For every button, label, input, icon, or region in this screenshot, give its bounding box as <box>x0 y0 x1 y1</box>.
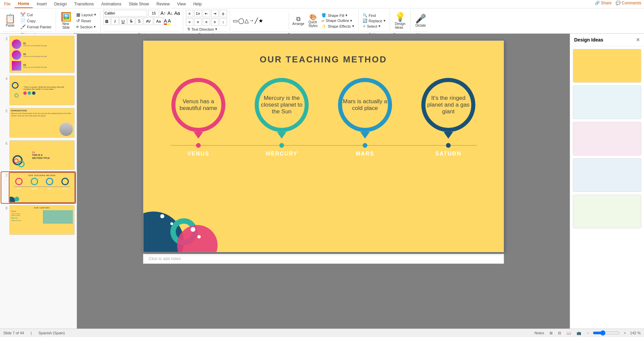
tab-animations[interactable]: Animations <box>98 0 124 8</box>
shape-star[interactable]: ★ <box>258 18 263 24</box>
text-direction-button[interactable]: ⇅ Text Direction ▾ <box>186 27 219 32</box>
shape-rect[interactable]: ▭ <box>233 18 238 24</box>
canvas-area: OUR TEACHING METHOD Venus has a beautifu… <box>77 34 570 329</box>
slide-sorter-button[interactable]: ⊟ <box>557 331 562 336</box>
layout-button[interactable]: ▦ Layout ▾ <box>75 12 97 18</box>
align-left-button[interactable]: ≡ <box>186 18 193 26</box>
slide-thumb-4[interactable]: 4 "This is a quote. Write the full secti… <box>1 75 75 106</box>
clipboard-small-btns: ✂️ Cut 📄 Copy 🖌️ Format Painter <box>19 12 53 30</box>
ribbon-tabs: File Home Insert Design Transitions Anim… <box>0 0 644 8</box>
slide-preview-3: 01 Here you can describe the topic 02 He… <box>9 36 75 73</box>
font-highlight-button[interactable]: A <box>168 18 171 25</box>
bold-button[interactable]: B <box>103 18 111 25</box>
format-painter-button[interactable]: 🖌️ Format Painter <box>19 24 53 30</box>
share-button[interactable]: 🔗 Share <box>595 1 612 5</box>
cut-button[interactable]: ✂️ Cut <box>19 12 53 18</box>
shape-circle[interactable]: ◯ <box>238 18 244 24</box>
new-slide-button[interactable]: 🖼️ NewSlide <box>59 12 74 30</box>
tab-home[interactable]: Home <box>15 0 32 8</box>
tab-transitions[interactable]: Transitions <box>71 0 97 8</box>
shape-options: 🪣 Shape Fill ▾ ▱ Shape Outline ▾ ✨ Shape… <box>320 13 355 29</box>
slide-canvas[interactable]: OUR TEACHING METHOD Venus has a beautifu… <box>143 40 504 252</box>
shape-arrow[interactable]: → <box>249 18 254 24</box>
align-right-button[interactable]: ≡ <box>203 18 210 26</box>
tab-view[interactable]: View <box>174 0 189 8</box>
find-button[interactable]: 🔍 Find <box>361 13 387 18</box>
label-mars: MARS <box>331 151 399 157</box>
select-button[interactable]: ⊹ Select ▾ <box>361 24 387 29</box>
tab-file[interactable]: File <box>1 0 14 8</box>
line-spacing-button[interactable]: ↕ <box>220 18 227 26</box>
slide-thumb-3[interactable]: 3 01 Here you can describe the topic <box>1 35 75 74</box>
font-color-button[interactable]: A <box>164 18 167 25</box>
underline-button[interactable]: U <box>119 18 127 25</box>
columns-button[interactable]: ⫼ <box>220 10 227 17</box>
zoom-in-button[interactable]: + <box>622 331 627 335</box>
replace-button[interactable]: 🔄 Replace ▾ <box>361 18 387 23</box>
shape-line[interactable]: ╱ <box>255 18 258 24</box>
mars-circle[interactable]: Mars is actually a cold place <box>338 78 392 132</box>
notes-button[interactable]: Notes <box>533 331 545 335</box>
increase-font-button[interactable]: A↑ <box>161 10 166 16</box>
slide-thumb-8[interactable]: 8 OUR CENTERS Venus • Venus Center • Mer… <box>1 204 75 235</box>
slide-thumb-6[interactable]: 6 01 THIS IS ASECTION TITLE <box>1 140 75 171</box>
design-idea-2[interactable] <box>573 85 641 119</box>
shadow-button[interactable]: S <box>136 18 143 25</box>
char-spacing-button[interactable]: AV <box>144 18 153 25</box>
italic-button[interactable]: I <box>111 18 119 25</box>
shape-outline-button[interactable]: ▱ Shape Outline ▾ <box>320 18 355 23</box>
tab-help[interactable]: Help <box>190 0 205 8</box>
justify-button[interactable]: ≡ <box>211 18 219 26</box>
quick-styles-button[interactable]: 🎨 QuickStyles <box>307 13 319 28</box>
tab-design[interactable]: Design <box>51 0 70 8</box>
section-button[interactable]: ≡ Section ▾ <box>75 24 97 30</box>
bullet-list-button[interactable]: ≡ <box>186 10 193 17</box>
dot-saturn <box>446 143 451 148</box>
slide-thumb-7[interactable]: 7 OUR TEACHING METHOD VENUSMERCURYMARSSA… <box>1 172 75 203</box>
tab-review[interactable]: Review <box>153 0 173 8</box>
normal-view-button[interactable]: ⊞ <box>548 331 554 336</box>
reading-view-button[interactable]: 📖 <box>565 331 572 336</box>
arrange-button[interactable]: ⧉ Arrange <box>291 15 306 26</box>
copy-button[interactable]: 📄 Copy <box>19 18 53 24</box>
design-idea-5[interactable] <box>573 195 641 228</box>
design-ideas-close[interactable]: ✕ <box>636 37 640 43</box>
paste-button[interactable]: 📋 Paste <box>3 13 18 28</box>
design-ideas-button[interactable]: 💡 DesignIdeas <box>393 12 408 30</box>
align-center-button[interactable]: ≡ <box>194 18 202 26</box>
comments-button[interactable]: 💬 Comments <box>616 1 641 5</box>
increase-indent-button[interactable]: ⇥ <box>211 10 219 17</box>
numbered-list-button[interactable]: 1≡ <box>194 10 202 17</box>
find-icon: 🔍 <box>363 13 367 18</box>
font-name-input[interactable] <box>103 10 147 17</box>
tab-insert[interactable]: Insert <box>33 0 50 8</box>
decrease-font-button[interactable]: A↓ <box>167 10 173 16</box>
shape-effects-button[interactable]: ✨ Shape Effects ▾ <box>320 24 355 29</box>
decrease-indent-button[interactable]: ⇤ <box>203 10 210 17</box>
zoom-out-button[interactable]: − <box>585 331 590 335</box>
clear-format-button[interactable]: Aa <box>174 10 180 16</box>
shape-fill-button[interactable]: 🪣 Shape Fill ▾ <box>320 13 355 18</box>
design-idea-1[interactable] <box>573 49 641 83</box>
status-bar: Slide 7 of 44 | Spanish (Spain) Notes ⊞ … <box>0 329 644 337</box>
tab-slideshow[interactable]: Slide Show <box>125 0 152 8</box>
strikethrough-button[interactable]: S̶ <box>128 18 135 25</box>
dictate-button[interactable]: 🎤 Dictate <box>413 13 428 28</box>
notes-bar[interactable]: Click to add notes <box>143 254 504 264</box>
font-size-small-button[interactable]: Aa <box>154 18 163 25</box>
venus-circle[interactable]: Venus has a beautiful name <box>171 78 225 132</box>
slide-thumb-5[interactable]: 5 INTRODUCTION Mercury is the closest pl… <box>1 107 75 138</box>
font-group: A↑ A↓ Aa B I U S̶ S AV Aa A A Font <box>101 10 183 36</box>
presenter-view-button[interactable]: 📺 <box>575 331 583 336</box>
zoom-slider[interactable] <box>593 330 620 336</box>
reset-button[interactable]: ↺ Reset <box>75 18 97 24</box>
shape-triangle[interactable]: △ <box>245 18 249 24</box>
mercury-circle[interactable]: Mercury is the closest planet to the Sun <box>255 78 309 132</box>
language-indicator: | <box>31 331 32 335</box>
design-idea-3[interactable] <box>573 122 641 156</box>
voice-group: 🎤 Dictate Voice <box>411 10 431 36</box>
slides-items: 🖼️ NewSlide ▦ Layout ▾ ↺ Reset ≡ Section… <box>59 10 97 32</box>
saturn-circle[interactable]: It's the ringed planet and a gas giant <box>421 78 475 132</box>
font-size-input[interactable] <box>148 10 159 17</box>
design-idea-4[interactable] <box>573 158 641 192</box>
